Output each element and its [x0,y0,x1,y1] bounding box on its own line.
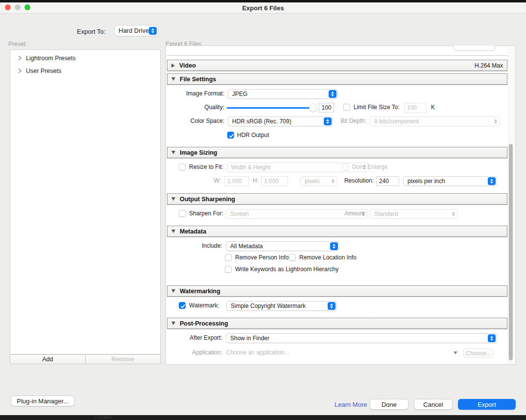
plugin-manager-button[interactable]: Plug-in Manager... [11,396,74,406]
application-row: Application: Choose an application... Ch… [167,347,507,359]
titlebar[interactable]: Export 6 Files [0,2,526,14]
stepper-icon [488,177,496,185]
remove-preset-button: Remove [86,354,161,364]
stepper-icon [451,210,456,217]
sharpen-for-label: Sharpen For: [189,210,223,217]
stepper-icon [324,117,332,125]
write-keywords-row: Write Keywords as Lightroom Hierarchy [167,264,507,276]
disclosure-expanded-icon[interactable] [171,322,175,325]
stepper-icon [330,242,338,250]
application-placeholder: Choose an application... [226,349,289,356]
stepper-icon [488,334,496,342]
cancel-button[interactable]: Cancel [414,399,453,410]
remove-person-info-checkbox[interactable] [225,254,232,261]
limit-file-size-checkbox[interactable] [343,104,350,111]
video-summary: H.264 Max [475,62,503,69]
remove-person-info-label: Remove Person Info [235,254,288,261]
include-select[interactable]: All Metadata [226,241,339,251]
limit-file-size-input [404,103,427,113]
watermark-label: Watermark: [189,302,219,309]
watermark-checkbox[interactable] [179,302,186,309]
section-divider [167,55,507,56]
disclosure-expanded-icon[interactable] [171,151,175,154]
dimension-unit-select: pixels [300,176,337,186]
section-header-metadata[interactable]: Metadata [167,226,507,237]
done-button[interactable]: Done [370,399,408,410]
color-space-label: Color Space: [167,117,224,124]
image-format-select[interactable]: JPEG [228,89,338,99]
resize-to-fit-checkbox[interactable] [179,163,186,170]
scrollbar-thumb[interactable] [509,144,513,360]
stepper-icon [493,118,499,125]
section-header-output-sharpening[interactable]: Output Sharpening [167,193,507,205]
include-label: Include: [167,242,222,249]
color-space-select[interactable]: HDR sRGB (Rec. 709) [228,117,333,126]
preset-item-label: User Presets [26,68,61,74]
disclosure-expanded-icon[interactable] [171,289,175,293]
disclosure-expanded-icon[interactable] [171,197,175,201]
image-format-label: Image Format: [167,90,224,97]
sharpen-for-row: Sharpen For: Screen Amount: Standard [167,208,507,220]
quality-slider-thumb[interactable] [309,104,317,112]
export-to-select[interactable]: Hard Drive [114,25,158,36]
dimensions-row: W: H: pixels Resolution: pixels per inch [167,175,507,187]
remove-location-info-checkbox[interactable] [289,254,296,261]
section-header-post-processing[interactable]: Post-Processing [167,318,507,329]
image-format-row: Image Format: JPEG [167,88,507,100]
sidebar-item-lightroom-presets[interactable]: Lightroom Presets [10,52,160,65]
limit-file-size-label: Limit File Size To: [354,104,400,111]
clipped-select[interactable] [454,46,495,51]
section-header-video[interactable]: Video H.264 Max [167,60,507,71]
disclosure-expanded-icon[interactable] [171,77,175,81]
after-export-select[interactable]: Show in Finder [226,333,497,343]
resolution-input[interactable] [376,176,399,186]
background-text: # Selfish [95,415,112,420]
amount-label: Amount: [334,210,366,217]
hdr-output-checkbox[interactable] [227,132,234,139]
export-button[interactable]: Export [458,399,516,410]
preset-label: Preset: [8,41,27,47]
add-preset-button[interactable]: Add [10,354,86,364]
window-title: Export 6 Files [0,4,526,12]
bit-depth-select: 8 bits/component [370,117,500,126]
preset-item-label: Lightroom Presets [26,55,75,62]
section-header-watermarking[interactable]: Watermarking [167,285,507,297]
remove-location-info-label: Remove Location Info [299,254,357,261]
remove-info-row: Remove Person Info Remove Location Info [167,252,507,264]
quality-slider[interactable] [227,104,316,112]
resize-to-fit-label: Resize to Fit: [189,163,223,170]
width-label: W: [205,177,221,184]
scrollbar-track[interactable] [508,47,515,364]
slider-track [227,107,316,109]
check-icon [180,303,186,309]
include-row: Include: All Metadata [167,240,507,252]
resolution-unit-select[interactable]: pixels per inch [403,176,497,186]
background-app-bottom: # Selfish [0,415,526,420]
hdr-output-row: HDR Output [167,130,507,141]
stepper-icon [330,178,336,185]
screen: Export 6 Files Export To: Hard Drive Pre… [0,0,526,420]
application-dropdown-arrow-icon[interactable] [454,351,457,354]
application-label: Application: [167,349,222,356]
height-label: H: [245,177,259,184]
stepper-icon [328,302,335,310]
color-space-row: Color Space: HDR sRGB (Rec. 709) Bit Dep… [167,116,507,127]
quality-label: Quality: [167,104,224,111]
sharpen-for-checkbox[interactable] [179,210,186,217]
sidebar-item-user-presets[interactable]: User Presets [10,65,160,77]
write-keywords-checkbox[interactable] [225,266,232,273]
amount-select: Standard [370,209,458,219]
disclosure-expanded-icon[interactable] [171,230,175,233]
dont-enlarge-checkbox [342,163,349,170]
watermark-select[interactable]: Simple Copyright Watermark [226,301,337,311]
stepper-icon [329,90,336,98]
height-input [261,176,288,186]
resize-to-fit-row: Resize to Fit: Width & Height Don't Enla… [167,162,507,173]
settings-scroll-panel: Video H.264 Max File Settings Image Form… [166,46,516,365]
section-header-image-sizing[interactable]: Image Sizing [167,147,507,158]
hdr-output-label: HDR Output [237,132,269,139]
section-header-file-settings[interactable]: File Settings [167,73,507,85]
disclosure-collapsed-icon[interactable] [171,64,175,68]
quality-input[interactable] [319,103,334,113]
learn-more-link[interactable]: Learn More [335,401,367,408]
